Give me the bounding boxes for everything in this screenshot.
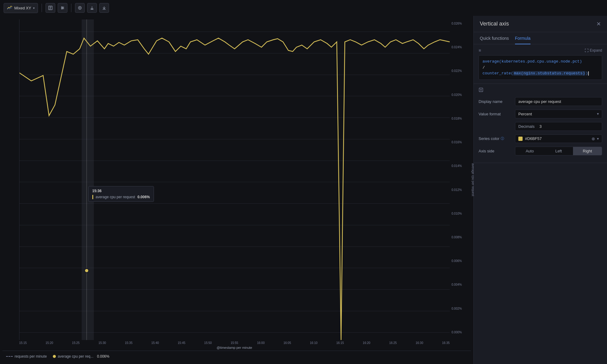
svg-point-9 [61,9,62,9]
x-label: 16:25 [389,341,397,345]
axis-side-buttons: Auto Left Right [515,147,602,155]
x-label: 15:20 [46,341,53,345]
y-value: 0.002% [452,307,462,310]
color-chevron-icon[interactable]: ▾ [597,137,599,141]
svg-point-7 [61,7,62,7]
decimals-label: Decimals [518,124,534,129]
chevron-down-icon: ▾ [33,6,35,10]
legend-item-cpu: average cpu per req... 0.006% [53,354,109,359]
legend-item-requests: requests per minute [6,354,47,359]
x-label: 15:30 [98,341,106,345]
separator [42,4,42,12]
series-settings-icon [479,87,483,92]
chart-type-label: Mixed XY [14,6,31,10]
color-picker[interactable]: #D6BF57 ⊗ ▾ [515,134,602,143]
settings-button[interactable] [58,3,67,13]
y-value: 0.008% [452,236,462,239]
chart-svg [19,19,450,340]
decimals-row: Decimals 3 [479,122,602,131]
series-settings-icon-button[interactable] [479,87,483,94]
series-icon-row [479,87,602,94]
y-value: 0.020% [452,93,462,97]
arrow-down-button[interactable] [87,3,97,13]
value-format-row: Value format Percent ▾ [479,110,602,118]
svg-point-8 [62,8,63,8]
y-axis-right: 0.026% 0.024% 0.022% 0.020% 0.018% 0.016… [450,19,471,340]
formula-editor[interactable]: average(kubernetes.pod.cpu.usage.node.pc… [479,55,602,80]
y-value: 0.000% [452,331,462,334]
svg-point-17 [84,268,89,273]
axis-btn-auto[interactable]: Auto [515,147,544,155]
tabs-row: Quick functions Formula [474,32,607,44]
y-value: 0.018% [452,117,462,120]
x-label: 16:35 [442,341,450,345]
display-name-label: Display name [479,99,515,104]
expand-button[interactable]: Expand [585,48,602,53]
x-axis: 15:15 15:20 15:25 15:30 15:35 15:40 15:4… [2,340,471,351]
series-color-label: Series color ⓘ [479,136,515,141]
y-value: 0.016% [452,141,462,144]
axis-btn-left[interactable]: Left [544,147,573,155]
y-value: 0.014% [452,164,462,168]
legend-dashes-icon [6,356,13,357]
x-label: 16:00 [257,341,264,345]
decimals-value: 3 [539,124,541,129]
separator2 [71,4,71,12]
edit-button[interactable] [46,3,55,13]
import-button[interactable] [99,3,109,13]
x-label: 16:05 [283,341,291,345]
series-section: Display name Value format Percent ▾ Deci… [474,84,607,163]
x-label: 15:50 [204,341,212,345]
formula-toolbar: ≡ Expand [479,48,602,53]
x-label: 16:15 [336,341,344,345]
color-swatch [518,137,523,141]
tab-quick-functions[interactable]: Quick functions [480,32,509,44]
color-clear-button[interactable]: ⊗ [592,136,595,141]
add-button[interactable] [75,3,85,13]
x-axis-title: @timestamp per minute [19,346,450,351]
legend-dot-cpu [53,355,56,358]
chevron-down-icon: ▾ [597,112,599,116]
chart-type-icon [7,5,12,11]
color-info-icon[interactable]: ⓘ [501,136,504,141]
y-value: 0.024% [452,46,462,49]
chart-drawing-area[interactable]: 15:36 average cpu per request 0.006% [19,19,450,340]
legend-bar: requests per minute average cpu per req.… [2,351,471,362]
expand-icon [585,49,588,52]
axis-btn-right[interactable]: Right [573,147,602,155]
right-panel: Vertical axis ✕ Quick functions Formula … [473,16,607,364]
expand-label: Expand [590,48,602,53]
formula-line-3: counter_rate(max(nginx.stubstatus.reques… [483,70,598,77]
display-name-input[interactable] [515,97,602,106]
x-label: 15:35 [125,341,132,345]
legend-label-cpu: average cpu per req... [58,354,93,359]
y-value: 0.004% [452,283,462,286]
x-label: 16:20 [363,341,370,345]
x-label: 15:45 [178,341,185,345]
display-name-row: Display name [479,97,602,106]
axis-side-row: Axis side Auto Left Right [479,147,602,155]
value-format-select[interactable]: Percent ▾ [515,110,602,118]
close-button[interactable]: ✕ [596,21,601,27]
formula-line-1: average(kubernetes.pod.cpu.usage.node.pc… [483,59,598,65]
formula-line-2: / [483,65,598,71]
chart-panel: 15:36 average cpu per request 0.006% 0.0… [0,16,473,364]
formula-section: ≡ Expand average(kubernetes.pod.cpu.usag… [474,44,607,84]
x-label: 15:25 [72,341,80,345]
color-actions: ⊗ ▾ [592,136,599,141]
panel-header: Vertical axis ✕ [474,16,607,32]
chart-type-button[interactable]: Mixed XY ▾ [4,3,38,13]
decimals-inner: Decimals 3 [515,122,602,131]
y-axis-right-label: average cpu per request [471,163,474,196]
y-axis-left [2,19,19,340]
value-format-label: Value format [479,112,515,116]
y-value: 0.006% [452,259,462,263]
x-label: 16:30 [416,341,423,345]
tab-formula[interactable]: Formula [515,32,530,44]
y-value: 0.026% [452,22,462,25]
y-value: 0.012% [452,188,462,192]
color-hex-value: #D6BF57 [525,136,589,141]
topbar: Mixed XY ▾ [0,0,607,16]
x-label: 15:15 [19,341,27,345]
x-axis-labels: 15:15 15:20 15:25 15:30 15:35 15:40 15:4… [19,340,450,346]
